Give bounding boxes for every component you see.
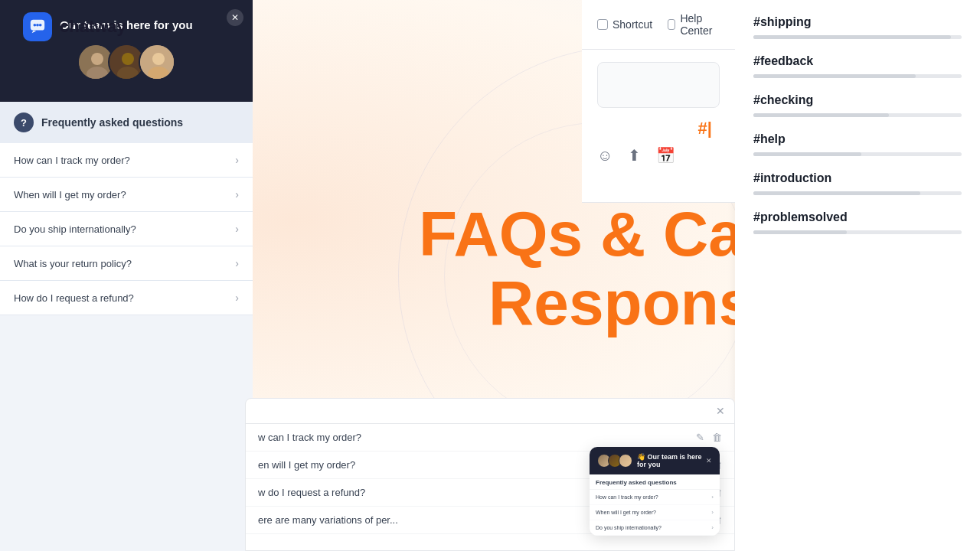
logo-icon <box>23 12 52 41</box>
tag-introduction: #introduction <box>753 171 962 195</box>
svg-point-3 <box>39 24 42 27</box>
mini-widget-preview: 👋 Our team is here for you ✕ Frequently … <box>590 447 720 536</box>
left-widget-panel: ✕ Our team is here for you <box>0 0 253 551</box>
logo-text: chatway <box>60 17 126 37</box>
mini-close-button[interactable]: ✕ <box>706 457 712 465</box>
mini-avatar-3 <box>619 454 632 468</box>
calendar-icon[interactable]: 📅 <box>656 146 675 165</box>
mini-faq-text-3: Do you ship internationally? <box>596 525 662 530</box>
canned-panel-close[interactable]: ✕ <box>716 405 725 417</box>
hash-input-indicator: #| <box>698 119 712 139</box>
logo: chatway <box>23 12 126 41</box>
chat-area: #| ☺ ⬆ 📅 <box>582 50 735 203</box>
tag-problemsolved-name: #problemsolved <box>753 210 962 224</box>
upload-icon[interactable]: ⬆ <box>628 146 641 165</box>
canned-text-1: w can I track my order? <box>258 432 696 443</box>
mini-faq-text-1: How can I track my order? <box>596 494 658 500</box>
tag-introduction-bar <box>753 191 962 195</box>
chat-toolbar-icons: ☺ ⬆ 📅 <box>597 139 720 172</box>
faq-section: ? Frequently asked questions How can I t… <box>0 102 253 551</box>
chevron-right-icon-4: › <box>235 257 239 269</box>
mini-faq-label: Frequently asked questions <box>590 474 720 490</box>
tag-problemsolved-bar <box>753 230 962 234</box>
tag-help: #help <box>753 132 962 156</box>
tag-checking-name: #checking <box>753 93 962 107</box>
faq-header: ? Frequently asked questions <box>0 102 253 143</box>
tag-checking-bar <box>753 113 962 117</box>
mini-chevron-2: › <box>711 509 714 516</box>
faq-item-text-1: How can I track my order? <box>14 155 130 166</box>
faq-item-text-4: What is your return policy? <box>14 258 132 269</box>
mini-chevron-3: › <box>711 524 714 531</box>
canned-actions-1: ✎ 🗑 <box>696 432 722 443</box>
chevron-right-icon-1: › <box>235 154 239 166</box>
chevron-right-icon-5: › <box>235 292 239 304</box>
faq-item-3[interactable]: Do you ship internationally? › <box>0 212 253 246</box>
svg-point-8 <box>122 53 134 65</box>
mini-team-title: 👋 Our team is here for you <box>637 453 706 468</box>
faq-item-5[interactable]: How do I request a refund? › <box>0 281 253 315</box>
mini-widget-header: 👋 Our team is here for you ✕ <box>590 447 720 474</box>
chevron-right-icon-2: › <box>235 188 239 201</box>
tag-problemsolved-fill <box>753 230 847 234</box>
delete-icon-1[interactable]: 🗑 <box>712 432 722 443</box>
tag-introduction-name: #introduction <box>753 171 962 185</box>
faq-item-text-3: Do you ship internationally? <box>14 223 136 235</box>
svg-point-2 <box>36 24 39 27</box>
canned-panel-header: ✕ <box>246 399 734 424</box>
tag-help-fill <box>753 152 861 156</box>
tag-introduction-fill <box>753 191 920 195</box>
tag-feedback: #feedback <box>753 54 962 78</box>
mini-faq-text-2: When will I get my order? <box>596 510 656 515</box>
mini-chevron-1: › <box>711 494 714 500</box>
tag-checking: #checking <box>753 93 962 117</box>
tag-feedback-name: #feedback <box>753 54 962 68</box>
mini-faq-item-2[interactable]: When will I get my order? › <box>590 505 720 520</box>
svg-point-5 <box>91 53 103 65</box>
tag-problemsolved: #problemsolved <box>753 210 962 234</box>
faq-icon: ? <box>14 112 34 132</box>
tag-help-name: #help <box>753 132 962 146</box>
tag-checking-fill <box>753 113 889 117</box>
header: chatway <box>0 0 980 54</box>
tag-help-bar <box>753 152 962 156</box>
edit-icon-1[interactable]: ✎ <box>696 432 704 443</box>
svg-point-11 <box>152 53 165 65</box>
faq-item-text-5: How do I request a refund? <box>14 292 134 304</box>
tag-feedback-fill <box>753 74 916 78</box>
chevron-right-icon-3: › <box>235 223 239 235</box>
mini-faq-item-3[interactable]: Do you ship internationally? › <box>590 520 720 536</box>
tag-feedback-bar <box>753 74 962 78</box>
faq-item-2[interactable]: When will I get my order? › <box>0 178 253 212</box>
faq-section-title: Frequently asked questions <box>41 116 183 129</box>
faq-item-1[interactable]: How can I track my order? › <box>0 143 253 178</box>
right-tags-panel: #shipping #feedback #checking #help #int… <box>735 0 980 551</box>
mini-avatar-group <box>597 454 632 468</box>
svg-point-1 <box>34 24 37 27</box>
mini-faq-item-1[interactable]: How can I track my order? › <box>590 490 720 505</box>
chat-input-field[interactable] <box>597 62 720 108</box>
faq-item-4[interactable]: What is your return policy? › <box>0 246 253 281</box>
faq-item-text-2: When will I get my order? <box>14 189 126 201</box>
emoji-icon[interactable]: ☺ <box>597 147 612 165</box>
